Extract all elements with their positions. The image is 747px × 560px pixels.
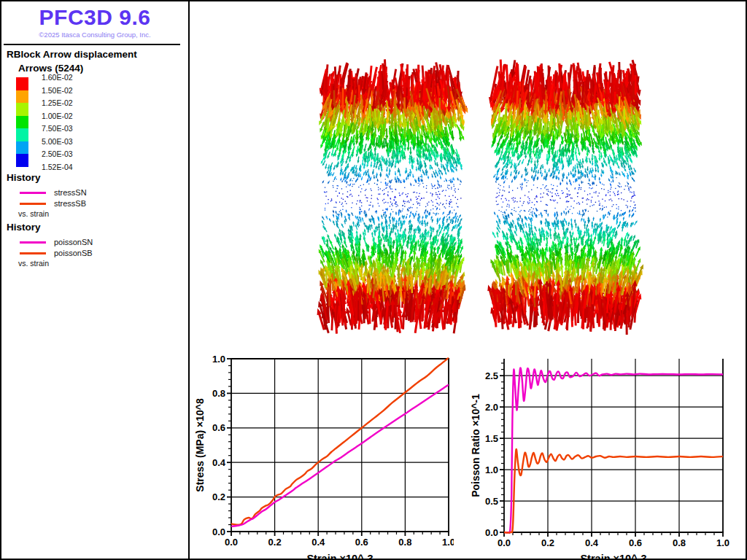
- history-legend-row: stressSN: [20, 187, 87, 198]
- plot-item-title[interactable]: RBlock Arrow displacement: [7, 49, 137, 60]
- series-stressSN: [231, 385, 449, 526]
- sidebar: PFC3D 9.6 ©2025 Itasca Consulting Group,…: [1, 1, 190, 559]
- history-section-title[interactable]: History: [7, 172, 41, 183]
- svg-text:2.5: 2.5: [485, 370, 498, 381]
- legend-color-block: [16, 141, 28, 155]
- svg-text:1.5: 1.5: [485, 433, 498, 444]
- svg-text:0.2: 0.2: [541, 537, 554, 548]
- legend-color-block: [16, 77, 28, 90]
- svg-text:1.0: 1.0: [716, 537, 729, 548]
- svg-text:0.8: 0.8: [673, 537, 686, 548]
- legend-value-label: 7.50E-03: [42, 124, 73, 133]
- svg-text:2.0: 2.0: [485, 402, 498, 413]
- legend-value-label: 2.50E-03: [42, 149, 73, 158]
- legend-value-label: 1.50E-02: [42, 86, 73, 95]
- svg-text:0.6: 0.6: [212, 422, 225, 433]
- svg-text:0.8: 0.8: [212, 388, 225, 399]
- svg-text:0.2: 0.2: [268, 537, 282, 548]
- copyright-text: ©2025 Itasca Consulting Group, Inc.: [1, 31, 188, 39]
- history-legend-row: stressSB: [20, 198, 86, 209]
- history-series-label: stressSB: [54, 199, 86, 208]
- x-axis-title: Strain ×10^-3: [580, 553, 646, 560]
- svg-text:1.0: 1.0: [442, 537, 454, 548]
- svg-text:0.6: 0.6: [355, 537, 368, 548]
- history-line-swatch: [20, 241, 46, 244]
- history-legend-row: poissonSB: [20, 248, 93, 258]
- app-title: PFC3D 9.6: [1, 5, 188, 30]
- svg-text:1.0: 1.0: [485, 464, 498, 475]
- svg-text:0.2: 0.2: [212, 491, 225, 502]
- legend-color-block: [16, 90, 28, 104]
- svg-text:0.0: 0.0: [498, 537, 511, 548]
- svg-text:0.6: 0.6: [629, 537, 642, 548]
- stress-strain-chart: 0.00.20.40.60.81.00.00.20.40.60.81.0Stre…: [193, 353, 454, 560]
- poisson-strain-chart: 0.00.20.40.60.81.00.00.51.01.52.02.5Pois…: [468, 353, 747, 560]
- series-poissonSB: [504, 449, 723, 533]
- legend-color-block: [16, 103, 28, 116]
- svg-text:0.0: 0.0: [485, 527, 498, 538]
- history-vs-label: vs. strain: [18, 259, 49, 268]
- svg-text:0.4: 0.4: [585, 537, 599, 548]
- y-axis-title: Poisson Ratio ×10^-1: [470, 394, 481, 497]
- sidebar-divider: [4, 44, 180, 45]
- history-line-swatch: [20, 252, 46, 254]
- arrows-count-label[interactable]: Arrows (5244): [18, 63, 83, 74]
- svg-text:0.4: 0.4: [212, 457, 226, 468]
- legend-value-label: 1.52E-04: [42, 163, 73, 171]
- svg-text:0.0: 0.0: [212, 526, 225, 537]
- x-axis-title: Strain ×10^-3: [306, 553, 373, 560]
- legend-color-block: [16, 154, 28, 167]
- y-axis-title: Stress (MPa) ×10^8: [194, 398, 206, 492]
- history-vs-label: vs. strain: [18, 209, 49, 218]
- history-legend-row: poissonSN: [20, 237, 93, 247]
- legend-value-label: 1.25E-02: [42, 98, 73, 107]
- svg-text:0.8: 0.8: [398, 537, 411, 548]
- svg-text:0.0: 0.0: [225, 537, 238, 548]
- pfc3d-window: PFC3D 9.6 ©2025 Itasca Consulting Group,…: [0, 0, 747, 560]
- series-poissonSN: [504, 368, 723, 533]
- poisson-chart-svg: 0.00.20.40.60.81.00.00.51.01.52.02.5Pois…: [468, 353, 747, 560]
- history-line-swatch: [20, 192, 46, 194]
- history-section-title[interactable]: History: [7, 222, 41, 233]
- history-series-label: stressSN: [54, 188, 87, 197]
- legend-color-block: [16, 128, 28, 141]
- displacement-arrow-plot[interactable]: [190, 1, 747, 351]
- model-viewport[interactable]: 0.00.20.40.60.81.00.00.20.40.60.81.0Stre…: [190, 1, 747, 559]
- legend-value-label: 5.00E-03: [42, 137, 73, 146]
- svg-text:1.0: 1.0: [212, 354, 225, 365]
- series-stressSB: [231, 358, 449, 525]
- legend-color-block: [16, 116, 28, 129]
- legend-value-label: 1.00E-02: [42, 112, 73, 120]
- history-series-label: poissonSN: [54, 238, 93, 246]
- stress-chart-svg: 0.00.20.40.60.81.00.00.20.40.60.81.0Stre…: [193, 353, 454, 560]
- history-series-label: poissonSB: [54, 249, 93, 257]
- svg-text:0.4: 0.4: [311, 537, 325, 548]
- legend-value-label: 1.60E-02: [42, 73, 73, 82]
- history-line-swatch: [20, 203, 46, 205]
- svg-text:0.5: 0.5: [485, 496, 498, 507]
